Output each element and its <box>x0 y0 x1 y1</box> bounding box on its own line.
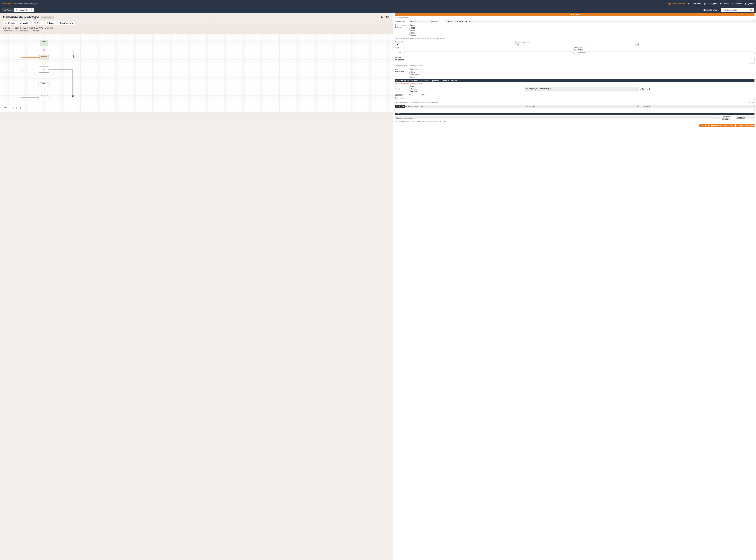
pilote-section-label: Pilote : <box>395 113 755 115</box>
col-etat: État de surface <box>525 105 637 108</box>
epaisseur-unit: mm <box>421 94 427 96</box>
table-add-button[interactable]: + <box>395 105 398 108</box>
mode-radio-chronopost[interactable]: Chronopost <box>409 73 755 76</box>
database-icon <box>34 22 36 24</box>
zoom-toolbar: 25% − + ⛶ ⬇ <box>3 106 23 110</box>
telephone-input[interactable] <box>585 52 755 54</box>
meta-last-gen: Dernière génération le 10/06/2022 par DE… <box>3 26 390 29</box>
nav-statistiques-label: Statistiques <box>707 3 717 5</box>
tab-nouvelle-fiche[interactable]: Nouvelle fiche ✕ <box>14 8 34 12</box>
tab-close-button[interactable]: ✕ <box>31 9 32 11</box>
annuler-button[interactable]: Annuler <box>699 124 709 127</box>
date-visite-select[interactable] <box>515 43 519 46</box>
modifier-label: Modifier <box>23 22 29 24</box>
origine-options: PAHG PSDI PDIP PFRA Interne <box>409 24 755 37</box>
projet-input[interactable] <box>404 47 574 49</box>
brand-subtitle: Demande de prototype <box>17 3 37 5</box>
workflow-diagram[interactable]: Emetteur Présentation de la... Vérificat… <box>0 34 393 113</box>
document-icon <box>16 9 18 11</box>
commentaires-textarea[interactable] <box>409 97 755 101</box>
enregistrer-button[interactable]: Enregistrer le travail en cours <box>710 124 735 127</box>
origine-radio-pfra[interactable]: PFRA <box>409 32 755 34</box>
epaisseur-input[interactable] <box>409 94 418 96</box>
origine-radio-pahg[interactable]: PAHG <box>409 24 755 26</box>
envoyer-button[interactable]: Envoyer la demande <box>736 124 755 127</box>
nav-nouvelle-label: Nouvelle fiche <box>672 3 685 5</box>
search-icon <box>750 9 752 11</box>
origine-radio-interne[interactable]: Interne <box>409 34 755 37</box>
star-icon <box>720 3 722 5</box>
adresse-label: Adresse d'expédition <box>395 57 408 63</box>
tab-accueil[interactable]: Accueil <box>2 8 14 12</box>
produit-radio-hpl[interactable]: HPL <box>409 85 523 87</box>
emetteur-label: Emetteur <box>432 21 446 22</box>
mode-radio-interne[interactable]: Interne <box>409 76 755 78</box>
chronopost-note: Chronopost à utiliser seulement pour la … <box>395 65 754 67</box>
advanced-search-link[interactable]: Recherche avancée <box>703 9 720 11</box>
proto-section-header: <b><font color=red><font size=3>Type de … <box>395 79 755 82</box>
proto-counter: 0 / 2000 <box>749 102 754 104</box>
tables-label: Tables <box>37 22 42 24</box>
catalogue-radio-non[interactable]: Non <box>646 88 651 90</box>
search-button[interactable] <box>749 8 754 12</box>
zoom-out-button[interactable]: − <box>8 107 11 109</box>
nav-statistiques[interactable]: Statistiques <box>703 3 717 5</box>
pilote-select[interactable]: Désignation automatique <box>395 117 721 119</box>
eye-icon <box>5 22 7 24</box>
consulter-label: Consulter <box>7 22 15 24</box>
zoom-level: 25% <box>4 107 7 109</box>
intranet-button[interactable]: Intranet <box>45 21 57 25</box>
table-row[interactable] <box>395 108 755 111</box>
fit-screen-button[interactable]: ⛶ <box>16 107 18 109</box>
date-prev-field[interactable] <box>736 117 755 119</box>
nav-nouvelle-fiche[interactable]: Nouvelle fiche <box>669 3 685 5</box>
produit-radio-reysitop[interactable]: Reysitop <box>409 90 523 93</box>
svg-rect-5 <box>733 3 733 3</box>
date-prev-label: Date prév. d'expédition <box>722 116 735 120</box>
adresse-counter: 0 / 2000 <box>395 63 755 64</box>
intranet-label: Intranet <box>49 22 56 24</box>
table-edit-button[interactable]: ✎ <box>398 105 401 108</box>
commercial-select[interactable] <box>395 43 399 46</box>
tab-accueil-label: Accueil <box>7 9 12 11</box>
origine-radio-pdip[interactable]: PDIP <box>409 29 755 32</box>
nav-quitter-label: Quitter <box>748 3 754 5</box>
mode-radio-poste[interactable]: Poste <box>409 71 755 73</box>
date-emission-label: Date d'émission <box>395 21 408 22</box>
nav-favoris-label: Favoris <box>722 3 729 5</box>
modifier-button[interactable]: Modifier <box>18 21 31 25</box>
consulter-button[interactable]: Consulter <box>3 21 17 25</box>
pencil-icon <box>20 22 22 24</box>
svg-rect-1 <box>688 4 688 4</box>
date-emission-field[interactable] <box>409 20 432 23</box>
emetteur-field[interactable] <box>446 20 755 23</box>
entreprise-input[interactable] <box>585 47 755 49</box>
nav-supervision[interactable]: Supervision <box>688 3 701 5</box>
origine-radio-psdi[interactable]: PSDI <box>409 26 755 29</box>
nav-schema[interactable]: Schéma <box>732 3 742 5</box>
download-button[interactable]: ⬇ <box>20 107 22 109</box>
tab-active-label: Nouvelle fiche <box>19 9 29 11</box>
nav-favoris[interactable]: Favoris <box>720 3 729 5</box>
entreprise-label: Entreprise (client final) <box>574 47 585 51</box>
chart-bar-icon <box>688 3 690 5</box>
table-delete-button[interactable]: 🗑 <box>401 105 405 108</box>
zoom-in-button[interactable]: + <box>12 107 15 109</box>
produit-radio-compact[interactable]: Compact <box>409 87 523 90</box>
svg-rect-2 <box>689 3 689 4</box>
nav-quitter[interactable]: Quitter <box>745 3 754 5</box>
mode-radio-dhl[interactable]: DHL / UPS <box>409 68 755 71</box>
adresse-textarea[interactable] <box>409 57 755 63</box>
tables-button[interactable]: Tables <box>32 21 44 25</box>
brand-logo: Intraqual Dyn <box>2 2 16 5</box>
svg-point-9 <box>6 23 6 23</box>
pays-select[interactable] <box>635 43 639 46</box>
epaisseur-label: Épaisseur <box>395 94 408 96</box>
nav-schema-label: Schéma <box>735 3 742 5</box>
contact-input[interactable] <box>404 52 574 54</box>
catalogue-radio-oui[interactable]: Oui <box>640 88 644 90</box>
plus-actions-button[interactable]: Plus d'actions ▾ <box>58 21 75 25</box>
date-visite-label: Date de visite prévue <box>515 41 634 43</box>
col-format: Format (cm) <box>643 105 754 108</box>
quick-search-input[interactable] <box>721 8 749 12</box>
